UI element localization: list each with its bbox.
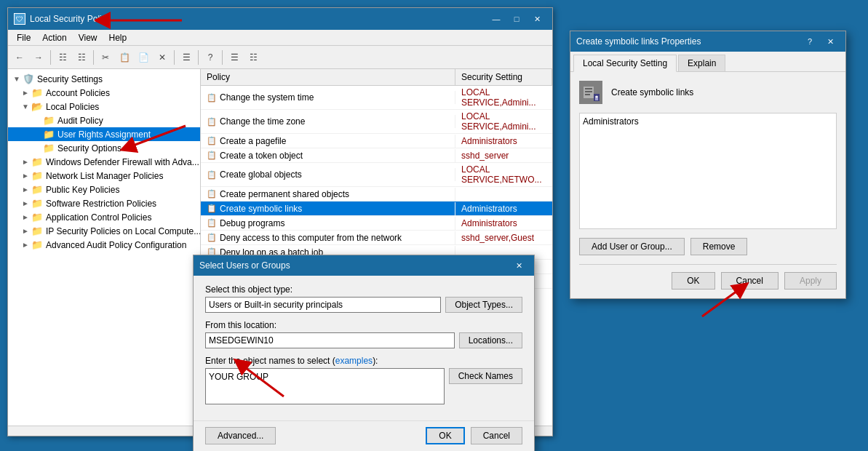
select-body: Select this object type: Object Types...…: [194, 276, 534, 420]
main-title-bar: 🛡 Local Security Policy — □ ✕: [8, 8, 552, 30]
expander-icon: ►: [20, 185, 31, 193]
policy-icon: 📋: [207, 170, 217, 180]
ok-button[interactable]: OK: [672, 272, 714, 290]
list-item[interactable]: 📋Debug programs Administrators: [201, 216, 552, 231]
remove-button[interactable]: Remove: [690, 238, 748, 255]
object-names-input[interactable]: YOUR GROUP: [205, 368, 445, 404]
view-list-button[interactable]: ☰: [226, 49, 243, 66]
object-type-input[interactable]: [205, 297, 441, 313]
props-footer: OK Cancel Apply: [579, 264, 837, 290]
minimize-button[interactable]: —: [487, 12, 506, 26]
expander-icon: ▼: [20, 103, 31, 111]
expander-icon: [31, 130, 43, 138]
forward-button[interactable]: →: [30, 49, 47, 66]
list-item[interactable]: 📋Change the time zone LOCAL SERVICE,Admi…: [201, 110, 552, 134]
object-type-row: Select this object type: Object Types...: [205, 284, 522, 313]
show-tree-button[interactable]: ☷: [54, 49, 71, 66]
close-button[interactable]: ✕: [527, 12, 546, 26]
expander-icon: ►: [20, 172, 31, 180]
show-panel-button[interactable]: ☷: [73, 49, 90, 66]
props-tabs: Local Security Setting Explain: [570, 52, 845, 72]
tree-item-local-policies[interactable]: ▼ 📂 Local Policies: [8, 100, 200, 113]
tree-label: Account Policies: [46, 88, 110, 98]
view-detail-button[interactable]: ☷: [244, 49, 262, 66]
tree-item-software-restriction[interactable]: ► 📁 Software Restriction Policies: [8, 196, 200, 210]
menu-help[interactable]: Help: [103, 31, 133, 44]
properties-dialog: Create symbolic links Properties ? ✕ Loc…: [570, 31, 846, 299]
tree-item-advanced-audit[interactable]: ► 📁 Advanced Audit Policy Configuration: [8, 238, 200, 252]
member-item: Administrators: [583, 116, 833, 127]
svg-rect-2: [585, 88, 592, 89]
locations-button[interactable]: Locations...: [459, 332, 522, 348]
list-item[interactable]: 📋Create global objects LOCAL SERVICE,NET…: [201, 163, 552, 187]
select-cancel-button[interactable]: Cancel: [471, 427, 522, 444]
props-policy-name: Create symbolic links: [611, 87, 693, 97]
menu-action[interactable]: Action: [36, 31, 72, 44]
list-item-selected[interactable]: 📋Create symbolic links Administrators: [201, 201, 552, 216]
add-user-button[interactable]: Add User or Group...: [579, 238, 685, 255]
cancel-button[interactable]: Cancel: [721, 272, 779, 290]
tab-explain[interactable]: Explain: [678, 55, 725, 71]
object-names-row: Enter the object names to select (exampl…: [205, 356, 522, 404]
tree-label: Local Policies: [46, 102, 99, 112]
location-input[interactable]: [205, 332, 455, 348]
props-close-button[interactable]: ✕: [821, 34, 840, 49]
expander-icon: [31, 116, 43, 124]
folder-icon: 📁: [31, 87, 43, 98]
tree-item-account-policies[interactable]: ► 📁 Account Policies: [8, 86, 200, 100]
object-types-button[interactable]: Object Types...: [445, 297, 522, 313]
cut-button[interactable]: ✂: [97, 49, 114, 66]
list-header: Policy Security Setting: [201, 69, 552, 86]
tree-item-ip-security[interactable]: ► 📁 IP Security Policies on Local Comput…: [8, 224, 200, 238]
tree-panel: ▼ 🛡️ Security Settings ► 📁 Account Polic…: [8, 69, 201, 426]
menu-bar: File Action View Help: [8, 30, 552, 46]
examples-link[interactable]: examples: [335, 356, 373, 366]
policy-icon: 📋: [207, 218, 217, 228]
copy-button[interactable]: 📋: [116, 49, 133, 66]
folder-icon: 📁: [31, 212, 43, 223]
tree-item-audit-policy[interactable]: 📁 Audit Policy: [8, 113, 200, 127]
list-item[interactable]: 📋Change the system time LOCAL SERVICE,Ad…: [201, 86, 552, 110]
props-help-button[interactable]: ?: [800, 34, 819, 49]
list-item[interactable]: 📋Create permanent shared objects: [201, 187, 552, 201]
select-close-button[interactable]: ✕: [509, 258, 528, 273]
toolbar-separator-3: [174, 50, 175, 65]
select-ok-button[interactable]: OK: [426, 427, 464, 444]
menu-file[interactable]: File: [11, 31, 36, 44]
tree-item-public-key[interactable]: ► 📁 Public Key Policies: [8, 183, 200, 196]
tree-item-network-list[interactable]: ► 📁 Network List Manager Policies: [8, 169, 200, 183]
main-window-title: Local Security Policy: [30, 14, 111, 24]
tree-item-windows-defender[interactable]: ► 📁 Windows Defender Firewall with Adva.…: [8, 155, 200, 169]
props-title-bar: Create symbolic links Properties ? ✕: [570, 31, 845, 52]
folder-icon: 📁: [31, 226, 43, 236]
header-security[interactable]: Security Setting: [455, 69, 552, 85]
help-button[interactable]: ?: [202, 49, 219, 66]
policy-icon: 📋: [207, 93, 217, 103]
back-button[interactable]: ←: [11, 49, 28, 66]
properties-button[interactable]: ☰: [178, 49, 195, 66]
expander-icon: ►: [20, 89, 31, 97]
select-footer: Advanced... OK Cancel: [194, 420, 534, 451]
header-policy[interactable]: Policy: [201, 69, 455, 85]
paste-button[interactable]: 📄: [135, 49, 152, 66]
advanced-button[interactable]: Advanced...: [205, 427, 276, 444]
tree-item-user-rights[interactable]: 📁 User Rights Assignment: [8, 127, 200, 141]
props-header: Create symbolic links: [579, 81, 837, 104]
list-item[interactable]: 📋Create a token object sshd_server: [201, 148, 552, 163]
list-item[interactable]: 📋Deny access to this computer from the n…: [201, 231, 552, 245]
apply-button[interactable]: Apply: [784, 272, 837, 290]
expander-icon: [31, 144, 43, 152]
maximize-button[interactable]: □: [507, 12, 526, 26]
delete-button[interactable]: ✕: [154, 49, 171, 66]
tree-item-security-options[interactable]: 📁 Security Options: [8, 141, 200, 155]
menu-view[interactable]: View: [73, 31, 103, 44]
folder-icon: 📁: [43, 115, 55, 126]
expander-icon: ▼: [11, 75, 23, 83]
tree-label: Advanced Audit Policy Configuration: [46, 240, 186, 250]
toolbar-separator-5: [222, 50, 223, 65]
list-item[interactable]: 📋Create a pagefile Administrators: [201, 134, 552, 148]
tree-item-security-settings[interactable]: ▼ 🛡️ Security Settings: [8, 72, 200, 86]
tree-item-app-control[interactable]: ► 📁 Application Control Policies: [8, 210, 200, 224]
tab-local-security[interactable]: Local Security Setting: [573, 55, 677, 72]
check-names-button[interactable]: Check Names: [449, 368, 522, 384]
